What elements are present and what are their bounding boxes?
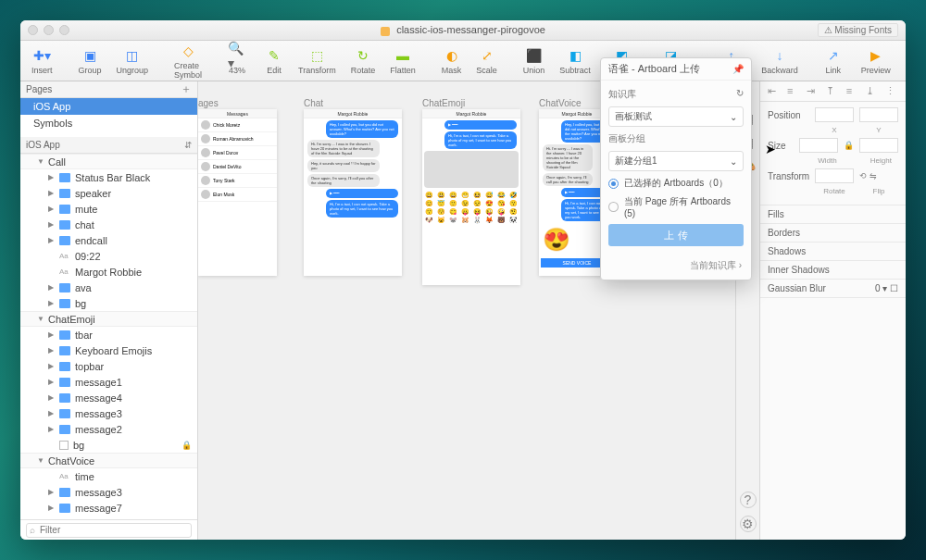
- pages-header: Pages ＋: [20, 81, 197, 98]
- rotate-button[interactable]: ↻Rotate: [345, 46, 382, 75]
- radio-selected-artboards[interactable]: 已选择的 Artboards（0）: [608, 177, 744, 190]
- list-item: Elon Musk: [198, 188, 277, 202]
- traffic-lights[interactable]: [28, 25, 69, 35]
- preview-button[interactable]: ▶Preview: [856, 46, 896, 75]
- toolbar: ✚▾ Insert ▣Group ◫Ungroup ◇Create Symbol…: [20, 41, 906, 81]
- radio-all-artboards[interactable]: 当前 Page 所有 Artboards (5): [608, 195, 744, 218]
- layer-row[interactable]: Aatime: [20, 468, 197, 484]
- layer-row[interactable]: ▶Status Bar Black: [20, 169, 197, 185]
- layer-row[interactable]: AaMargot Robbie: [20, 264, 197, 280]
- layer-row[interactable]: ▶message3: [20, 405, 197, 421]
- layer-row[interactable]: ▶endcall: [20, 232, 197, 248]
- document-title: classic-ios-messanger-pirogovoe: [396, 24, 545, 35]
- layer-list[interactable]: ▼Call▶Status Bar Black▶speaker▶mute▶chat…: [20, 154, 197, 519]
- layer-row[interactable]: ▶message2: [20, 421, 197, 437]
- help-icon[interactable]: ?: [740, 492, 757, 508]
- cloud-button[interactable]: ☁Cloud: [900, 46, 906, 75]
- upload-button[interactable]: 上 传: [608, 224, 744, 246]
- inspector: ⇤ ≡ ⇥ ⤒ ≡ ⤓ ⋮ Position XY Size 🔒: [759, 81, 906, 540]
- subtract-button[interactable]: ◧Subtract: [554, 46, 596, 75]
- flatten-button[interactable]: ▬Flatten: [384, 46, 421, 75]
- artboard-chat[interactable]: Chat Margot Robbie Hey, I called you, bu…: [304, 109, 402, 276]
- align-right-icon[interactable]: ⇥: [807, 85, 820, 98]
- insert-button[interactable]: ✚▾ Insert: [26, 46, 58, 75]
- pin-icon[interactable]: 📌: [732, 64, 744, 74]
- emoji-grid: 😀😃😄😁😆😅😂🤣 😊😇🙂😉😌😍😘😗 😙😚😋😛😝😜🤪🤨 🐶🐱🐭🐹🐰🦊🐻🐼: [422, 190, 520, 226]
- edit-button[interactable]: ✎Edit: [259, 46, 289, 75]
- layer-row[interactable]: ▶ava: [20, 280, 197, 295]
- layer-row[interactable]: ▶bg: [20, 295, 197, 311]
- align-left-icon[interactable]: ⇤: [768, 85, 781, 98]
- layer-row[interactable]: bg🔒: [20, 437, 197, 453]
- document-icon: [381, 27, 390, 36]
- height-input[interactable]: [859, 138, 898, 153]
- union-button[interactable]: ⬛Union: [518, 46, 551, 75]
- position-y-input[interactable]: [859, 107, 898, 122]
- align-hcenter-icon[interactable]: ≡: [787, 85, 800, 98]
- layer-row[interactable]: Aa09:22: [20, 248, 197, 264]
- align-top-icon[interactable]: ⤒: [826, 85, 839, 98]
- align-controls: ⇤ ≡ ⇥ ⤒ ≡ ⤓ ⋮: [760, 81, 906, 102]
- layers-toggle-icon[interactable]: ⇵: [184, 140, 192, 150]
- chevron-down-icon: ⌄: [730, 112, 737, 122]
- align-bottom-icon[interactable]: ⤓: [866, 85, 879, 98]
- borders-section[interactable]: Borders: [760, 224, 906, 243]
- layer-artboard-header[interactable]: ▼ChatVoice: [20, 453, 197, 468]
- layer-row[interactable]: ▶speaker: [20, 185, 197, 201]
- minimize-icon[interactable]: [44, 25, 54, 35]
- popup-title: 语雀 - Artboard 上传: [608, 62, 700, 76]
- close-icon[interactable]: [28, 25, 38, 35]
- align-vcenter-icon[interactable]: ≡: [846, 85, 859, 98]
- layer-row[interactable]: ▶mute: [20, 201, 197, 217]
- refresh-icon[interactable]: ↻: [736, 88, 744, 101]
- filter-input[interactable]: [26, 523, 192, 538]
- main: Pages ＋ iOS App Symbols iOS App ⇵ ▼Call▶…: [20, 81, 906, 540]
- layer-row[interactable]: ▶tbar: [20, 327, 197, 342]
- link-button[interactable]: ↗Link: [819, 46, 848, 75]
- layer-row[interactable]: ▶message1: [20, 374, 197, 390]
- page-item[interactable]: iOS App: [20, 98, 197, 115]
- settings-icon[interactable]: ⚙: [740, 516, 757, 532]
- zoom-icon[interactable]: [59, 25, 69, 35]
- knowledge-base-select[interactable]: 画板测试⌄: [608, 106, 744, 127]
- app-window: classic-ios-messanger-pirogovoe ⚠ Missin…: [20, 20, 906, 540]
- current-kb-link[interactable]: 当前知识库 ›: [690, 259, 742, 272]
- layer-row[interactable]: ▶topbar: [20, 358, 197, 374]
- layer-row[interactable]: ▶message3: [20, 484, 197, 500]
- group-button[interactable]: ▣Group: [73, 46, 107, 75]
- list-item: Tony Stark: [198, 174, 277, 188]
- list-item: Pavel Durov: [198, 146, 277, 160]
- backward-button[interactable]: ↓Backward: [756, 46, 804, 75]
- layer-artboard-header[interactable]: ▼Call: [20, 154, 197, 169]
- titlebar: classic-ios-messanger-pirogovoe ⚠ Missin…: [20, 20, 906, 41]
- missing-fonts-badge[interactable]: ⚠ Missing Fonts: [818, 23, 898, 37]
- layer-artboard-header[interactable]: ▼ChatEmoji: [20, 311, 197, 327]
- layer-row[interactable]: ▶Keyboard Emojis: [20, 342, 197, 358]
- layer-row[interactable]: ▶chat: [20, 217, 197, 232]
- page-item[interactable]: Symbols: [20, 115, 197, 131]
- distribute-icon[interactable]: ⋮: [885, 85, 898, 98]
- add-page-button[interactable]: ＋: [181, 81, 192, 97]
- scale-button[interactable]: ⤢Scale: [470, 46, 503, 75]
- zoom-control[interactable]: 🔍▾43%: [222, 46, 252, 75]
- layer-row[interactable]: ▶message7: [20, 500, 197, 516]
- inner-shadows-section[interactable]: Inner Shadows: [760, 261, 906, 280]
- rotate-input[interactable]: [815, 168, 854, 183]
- create-symbol-button[interactable]: ◇Create Symbol: [169, 42, 207, 80]
- mask-button[interactable]: ◐Mask: [436, 46, 468, 75]
- yuque-upload-popup: 语雀 - Artboard 上传 📌 知识库 ↻ 画板测试⌄ 画板分组 新建分组…: [600, 57, 752, 280]
- position-x-input[interactable]: [815, 107, 854, 122]
- layer-row[interactable]: ▶message4: [20, 390, 197, 405]
- blur-section[interactable]: Gaussian Blur 0 ▾ ☐: [760, 280, 906, 298]
- artboard-messages[interactable]: ages Messages Chick MoretzRoman Abramovi…: [198, 109, 277, 276]
- group-select[interactable]: 新建分组1⌄: [608, 151, 744, 171]
- shadows-section[interactable]: Shadows: [760, 243, 906, 261]
- fills-section[interactable]: Fills: [760, 205, 906, 224]
- ungroup-button[interactable]: ◫Ungroup: [111, 46, 155, 75]
- left-panel: Pages ＋ iOS App Symbols iOS App ⇵ ▼Call▶…: [20, 81, 198, 540]
- artboard-chatemoji[interactable]: ChatEmoji Margot Robbie ▶ ━━━ Hi, I'm a …: [422, 109, 520, 285]
- lock-aspect-icon[interactable]: 🔒: [844, 141, 854, 150]
- radio-icon: [608, 179, 619, 189]
- transform-button[interactable]: ⬚Transform: [293, 46, 342, 75]
- width-input[interactable]: [799, 138, 838, 153]
